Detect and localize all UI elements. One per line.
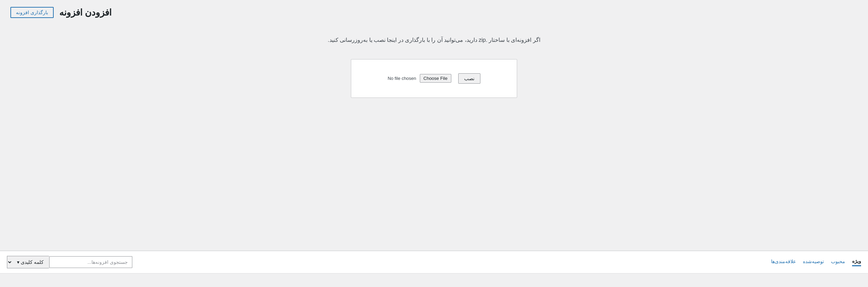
upload-box: نصب No file chosen Choose File [351,59,517,98]
filter-tab-popular[interactable]: محبوب [831,259,845,266]
upload-section: نصب No file chosen Choose File [0,52,868,105]
install-button[interactable]: نصب [458,73,480,84]
filter-tab-recommended[interactable]: توصیه‌شده [803,259,824,266]
page-header: افزودن افزونه بارگذاری افزونه [0,0,868,21]
keyword-dropdown[interactable]: کلمه کلیدی ▾ [7,256,49,268]
file-input-area: No file chosen Choose File [388,74,451,83]
filter-tab-featured[interactable]: ویژه [852,258,861,266]
choose-file-button[interactable]: Choose File [420,74,451,83]
search-input[interactable] [49,256,132,268]
no-file-text: No file chosen [388,76,416,81]
spacer [0,105,868,251]
page-title: افزودن افزونه [59,7,112,18]
filter-tabs: ویژه محبوب توصیه‌شده علاقه‌مندی‌ها [771,258,861,266]
filter-tab-favorites[interactable]: علاقه‌مندی‌ها [771,259,796,266]
search-area: کلمه کلیدی ▾ [7,256,132,268]
upload-plugin-button[interactable]: بارگذاری افزونه [10,7,54,18]
page-wrapper: افزودن افزونه بارگذاری افزونه اگر افزونه… [0,0,868,287]
filter-section: ویژه محبوب توصیه‌شده علاقه‌مندی‌ها کلمه … [0,251,868,273]
bottom-row: ​ [0,273,868,287]
description-text: اگر افزونه‌ای با ساختار .zip دارید، می‌ت… [10,35,858,45]
description-section: اگر افزونه‌ای با ساختار .zip دارید، می‌ت… [0,21,868,52]
